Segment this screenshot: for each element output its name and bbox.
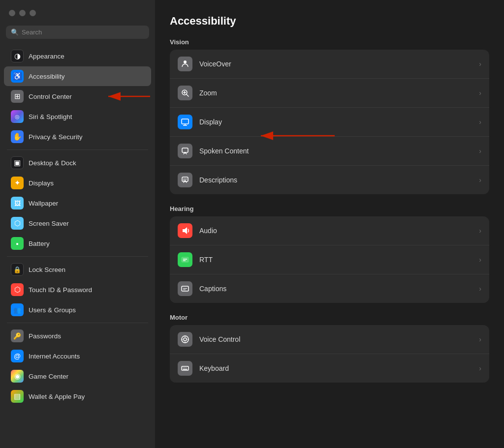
sidebar-item-label-lockscreen: Lock Screen (29, 266, 65, 273)
spoken-label: Spoken Content (199, 147, 472, 155)
sidebar-item-internet[interactable]: @ Internet Accounts (4, 346, 151, 366)
sidebar-section-system: ◑ Appearance ♿ Accessibility ⊞ Control C… (0, 46, 155, 147)
zoom-chevron: › (479, 89, 481, 97)
search-input[interactable] (22, 29, 144, 36)
sidebar-item-passwords[interactable]: 🔑 Passwords (4, 326, 151, 346)
displays-icon: ✦ (11, 177, 24, 189)
sidebar-item-appearance[interactable]: ◑ Appearance (4, 46, 151, 66)
voiceover-chevron: › (479, 60, 481, 68)
sidebar-item-label-desktop: Desktop & Dock (29, 159, 76, 167)
touchid-icon: ⬡ (11, 283, 24, 296)
svg-rect-8 (182, 148, 188, 152)
wallpaper-icon: 🖼 (11, 197, 24, 209)
display-chevron: › (479, 118, 481, 126)
sidebar-item-users[interactable]: 👥 Users & Groups (4, 300, 151, 320)
sidebar-item-label-passwords: Passwords (29, 332, 61, 340)
settings-group-motor: Voice Control › Keyboard › (170, 325, 489, 383)
sidebar-item-label-accessibility: Accessibility (29, 73, 65, 80)
settings-row-zoom[interactable]: Zoom › (170, 79, 489, 108)
sidebar-item-label-appearance: Appearance (29, 53, 64, 60)
descriptions-chevron: › (479, 176, 481, 184)
voicecontrol-chevron: › (479, 335, 481, 343)
sidebar-section-accounts: 🔑 Passwords @ Internet Accounts ◉ Game C… (0, 326, 155, 406)
sidebar-item-label-battery: Battery (29, 240, 50, 247)
search-bar[interactable]: 🔍 (6, 26, 149, 39)
screensaver-icon: ⬡ (11, 217, 24, 230)
display-icon (178, 115, 192, 129)
sidebar-item-label-gamecenter: Game Center (29, 373, 68, 380)
settings-row-audio[interactable]: Audio › (170, 216, 489, 245)
sidebar-item-battery[interactable]: ▪ Battery (4, 234, 151, 253)
rtt-chevron: › (479, 256, 481, 264)
sidebar-item-label-privacy: Privacy & Security (29, 133, 83, 141)
svg-rect-5 (182, 119, 189, 124)
keyboard-chevron: › (479, 364, 481, 372)
control-center-icon: ⊞ (11, 90, 24, 103)
sidebar-item-siri[interactable]: ◎ Siri & Spotlight (4, 107, 151, 126)
traffic-light-maximize[interactable] (30, 10, 36, 16)
sidebar-item-wallet[interactable]: ▤ Wallet & Apple Pay (4, 387, 151, 406)
sidebar-item-label-screensaver: Screen Saver (29, 220, 69, 227)
svg-line-2 (187, 94, 189, 96)
sidebar-item-control-center[interactable]: ⊞ Control Center (4, 87, 151, 106)
traffic-light-minimize[interactable] (19, 10, 26, 16)
settings-group-vision: VoiceOver › Zoom › Display › (170, 50, 489, 194)
divider-1 (7, 149, 148, 150)
battery-icon: ▪ (11, 237, 24, 250)
settings-row-rtt[interactable]: RTT › (170, 245, 489, 274)
sidebar-item-gamecenter[interactable]: ◉ Game Center (4, 366, 151, 386)
captions-icon (178, 281, 192, 296)
settings-row-voiceover[interactable]: VoiceOver › (170, 50, 489, 79)
sidebar: 🔍 ◑ Appearance ♿ Accessibility ⊞ (0, 0, 155, 448)
svg-point-19 (182, 336, 189, 343)
svg-rect-25 (182, 366, 189, 370)
sidebar-item-wallpaper[interactable]: 🖼 Wallpaper (4, 193, 151, 213)
sidebar-item-label-displays: Displays (29, 179, 54, 187)
sidebar-item-label-control-center: Control Center (29, 93, 72, 100)
zoom-label: Zoom (199, 89, 472, 97)
settings-row-voicecontrol[interactable]: Voice Control › (170, 325, 489, 354)
sidebar-item-lockscreen[interactable]: 🔒 Lock Screen (4, 260, 151, 279)
sidebar-item-label-wallpaper: Wallpaper (29, 200, 58, 207)
titlebar (0, 0, 155, 26)
gamecenter-icon: ◉ (11, 370, 24, 383)
settings-group-hearing: Audio › RTT › Captions › (170, 216, 489, 303)
sidebar-item-displays[interactable]: ✦ Displays (4, 173, 151, 193)
wallet-icon: ▤ (11, 390, 24, 403)
voiceover-label: VoiceOver (199, 60, 472, 68)
sidebar-section-security: 🔒 Lock Screen ⬡ Touch ID & Password 👥 Us… (0, 260, 155, 320)
keyboard-icon (178, 361, 192, 376)
svg-rect-13 (182, 257, 189, 262)
settings-row-display[interactable]: Display › (170, 108, 489, 137)
sidebar-item-privacy[interactable]: ✋ Privacy & Security (4, 127, 151, 147)
desktop-icon: ▣ (11, 156, 24, 169)
spoken-icon (178, 144, 192, 158)
rtt-label: RTT (199, 256, 472, 264)
users-icon: 👥 (11, 303, 24, 316)
svg-marker-12 (183, 227, 187, 234)
traffic-light-close[interactable] (9, 10, 15, 16)
internet-icon: @ (11, 350, 24, 362)
divider-2 (7, 256, 148, 257)
divider-3 (7, 323, 148, 323)
privacy-icon: ✋ (11, 130, 24, 143)
audio-label: Audio (199, 227, 472, 235)
settings-row-keyboard[interactable]: Keyboard › (170, 354, 489, 383)
sidebar-item-accessibility[interactable]: ♿ Accessibility (4, 66, 151, 86)
sidebar-item-touchid[interactable]: ⬡ Touch ID & Password (4, 280, 151, 299)
audio-icon (178, 223, 192, 238)
settings-row-spoken[interactable]: Spoken Content › (170, 137, 489, 166)
sidebar-item-desktop[interactable]: ▣ Desktop & Dock (4, 153, 151, 173)
settings-row-descriptions[interactable]: Descriptions › (170, 166, 489, 194)
sidebar-item-label-touchid: Touch ID & Password (29, 286, 92, 294)
appearance-icon: ◑ (11, 50, 24, 62)
settings-row-captions[interactable]: Captions › (170, 274, 489, 303)
voicecontrol-icon (178, 332, 192, 347)
sidebar-item-label-internet: Internet Accounts (29, 353, 80, 360)
sidebar-item-label-users: Users & Groups (29, 306, 76, 314)
sidebar-item-screensaver[interactable]: ⬡ Screen Saver (4, 213, 151, 233)
voiceover-icon (178, 57, 192, 71)
rtt-icon (178, 252, 192, 267)
sidebar-item-label-siri: Siri & Spotlight (29, 113, 72, 120)
zoom-icon (178, 86, 192, 100)
